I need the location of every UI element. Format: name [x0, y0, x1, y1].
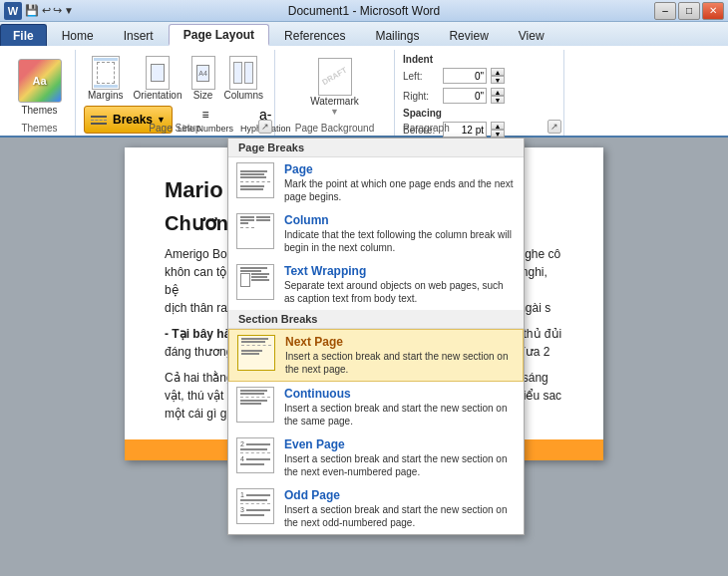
breaks-dropdown: Page Breaks Page Mark the point at which… [227, 138, 525, 535]
size-icon: A4 [191, 56, 215, 90]
tab-review[interactable]: Review [434, 24, 503, 46]
quick-redo-icon[interactable]: ↪ [53, 4, 62, 17]
text-wrapping-desc: Separate text around objects on web page… [284, 279, 516, 305]
tab-file[interactable]: File [0, 24, 47, 46]
tab-page-layout[interactable]: Page Layout [169, 24, 269, 46]
continuous-title: Continuous [284, 387, 516, 401]
size-button[interactable]: A4 Size [188, 54, 218, 103]
dropdown-item-page[interactable]: Page Mark the point at which one page en… [228, 157, 524, 208]
dropdown-item-text-wrapping[interactable]: Text Wrapping Separate text around objec… [228, 259, 524, 310]
title-bar-text: Document1 - Microsoft Word [288, 4, 441, 18]
tab-mailings[interactable]: Mailings [360, 24, 434, 46]
orientation-label: Orientation [134, 90, 182, 101]
quick-undo-icon[interactable]: ↩ [42, 4, 51, 17]
next-page-title: Next Page [285, 335, 515, 349]
tab-insert[interactable]: Insert [109, 24, 169, 46]
spacing-label: Spacing [403, 108, 555, 119]
even-page-title: Even Page [284, 437, 516, 451]
dropdown-item-even-page[interactable]: 2 4 Even Page Insert a section break and… [228, 432, 524, 483]
watermark-button[interactable]: DRAFT Watermark ▼ [310, 58, 359, 117]
continuous-icon [236, 387, 274, 423]
ribbon: Aa Themes Themes Margins [0, 46, 728, 138]
line-numbers-icon: ≡ [195, 106, 215, 124]
breaks-label: Breaks [113, 113, 153, 127]
maximize-button[interactable]: □ [678, 2, 700, 20]
tab-view[interactable]: View [504, 24, 559, 46]
page-setup-launcher[interactable]: ↗ [258, 120, 272, 134]
even-page-desc: Insert a section break and start the new… [284, 452, 516, 478]
page-break-text: Page Mark the point at which one page en… [284, 162, 516, 203]
margins-button[interactable]: Margins [84, 54, 128, 103]
text-wrapping-text: Text Wrapping Separate text around objec… [284, 264, 516, 305]
page-bg-label: Page Background [295, 123, 375, 134]
dropdown-item-next-page[interactable]: Next Page Insert a section break and sta… [228, 329, 524, 382]
paragraph-group: Indent Left: ▲ ▼ Right: ▲ ▼ Spacing Befo… [395, 50, 564, 136]
text-wrapping-icon [236, 264, 274, 300]
odd-page-title: Odd Page [284, 488, 516, 502]
watermark-icon: DRAFT [318, 58, 352, 96]
page-break-title: Page [284, 162, 516, 176]
page-break-desc: Mark the point at which one page ends an… [284, 177, 516, 203]
continuous-desc: Insert a section break and start the new… [284, 402, 516, 428]
quick-save-icon[interactable]: 💾 [24, 3, 40, 19]
breaks-icon [91, 111, 109, 129]
text-wrapping-title: Text Wrapping [284, 264, 516, 278]
title-bar: W 💾 ↩ ↪ ▼ Document1 - Microsoft Word – □… [0, 0, 728, 22]
page-breaks-header: Page Breaks [228, 139, 524, 157]
paragraph-launcher[interactable]: ↗ [547, 120, 561, 134]
paragraph-group-label: Paragraph [403, 123, 450, 134]
columns-button[interactable]: Columns [221, 54, 266, 103]
page-background-group: DRAFT Watermark ▼ Page Background [275, 50, 395, 136]
margins-icon [92, 56, 120, 90]
tab-references[interactable]: References [269, 24, 360, 46]
indent-left-down[interactable]: ▼ [491, 76, 505, 84]
dropdown-item-odd-page[interactable]: 1 3 Odd Page Insert a section break and … [228, 483, 524, 534]
indent-left-label: Left: [403, 71, 439, 82]
themes-icon: Aa [18, 59, 62, 103]
spacing-before-up[interactable]: ▲ [491, 122, 505, 130]
indent-right-label: Right: [403, 91, 439, 102]
orientation-icon [146, 56, 170, 90]
odd-page-text: Odd Page Insert a section break and star… [284, 488, 516, 529]
size-label: Size [193, 90, 212, 101]
ribbon-tabs: File Home Insert Page Layout References … [0, 22, 728, 46]
next-page-icon [237, 335, 275, 371]
indent-left-input[interactable] [443, 68, 487, 84]
spacing-before-down[interactable]: ▼ [491, 130, 505, 138]
themes-group: Aa Themes Themes [4, 50, 76, 136]
columns-icon [229, 56, 257, 90]
column-break-title: Column [284, 213, 516, 227]
next-page-text: Next Page Insert a section break and sta… [285, 335, 515, 376]
columns-label: Columns [224, 90, 263, 101]
page-setup-group-label: Page Setup [149, 123, 200, 134]
minimize-button[interactable]: – [654, 2, 676, 20]
page-setup-group: Margins Orientation A4 Size [76, 50, 275, 136]
themes-button[interactable]: Aa Themes [14, 57, 66, 118]
customize-icon[interactable]: ▼ [64, 5, 74, 16]
column-break-icon [236, 213, 274, 249]
section-breaks-header: Section Breaks [228, 310, 524, 329]
indent-left-up[interactable]: ▲ [491, 68, 505, 76]
column-break-text: Column Indicate that the text following … [284, 213, 516, 254]
dropdown-item-continuous[interactable]: Continuous Insert a section break and st… [228, 382, 524, 432]
indent-right-input[interactable] [443, 88, 487, 104]
indent-label: Indent [403, 54, 555, 65]
even-page-icon: 2 4 [236, 437, 274, 473]
themes-group-label: Themes [21, 123, 57, 134]
continuous-text: Continuous Insert a section break and st… [284, 387, 516, 428]
odd-page-desc: Insert a section break and start the new… [284, 503, 516, 529]
odd-page-icon: 1 3 [236, 488, 274, 524]
page-break-icon [236, 162, 274, 198]
word-icon: W [4, 2, 22, 20]
column-break-desc: Indicate that the text following the col… [284, 228, 516, 254]
next-page-desc: Insert a section break and start the new… [285, 350, 515, 376]
even-page-text: Even Page Insert a section break and sta… [284, 437, 516, 478]
themes-label: Themes [21, 105, 57, 116]
tab-home[interactable]: Home [47, 24, 109, 46]
indent-right-up[interactable]: ▲ [491, 88, 505, 96]
indent-right-down[interactable]: ▼ [491, 96, 505, 104]
dropdown-item-column[interactable]: Column Indicate that the text following … [228, 208, 524, 259]
orientation-button[interactable]: Orientation [131, 54, 185, 103]
margins-label: Margins [88, 90, 124, 101]
close-button[interactable]: ✕ [702, 2, 724, 20]
